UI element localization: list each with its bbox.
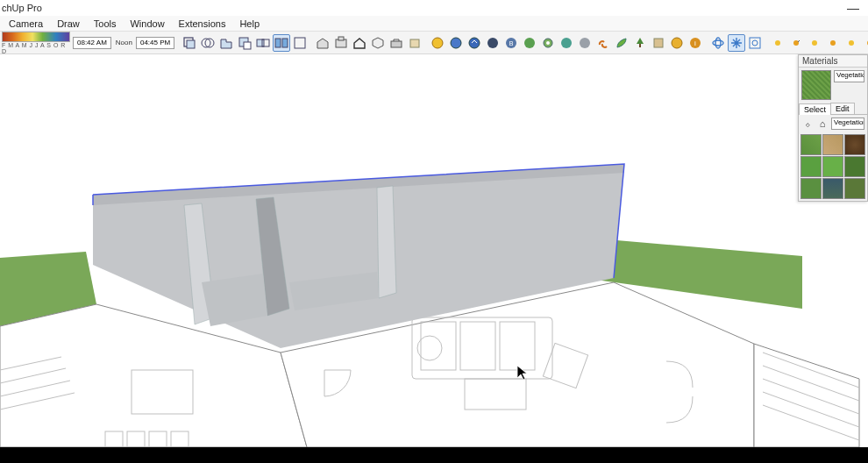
solid-tool-7-icon[interactable] [291,34,309,52]
svg-point-21 [524,38,535,48]
svg-rect-10 [295,38,305,48]
svg-rect-13 [391,41,402,47]
pan-icon[interactable] [728,34,745,52]
marker-3-icon[interactable] [806,34,823,52]
materials-back-icon[interactable]: ⬦ [801,118,814,130]
sphere-teal-icon[interactable] [558,34,575,52]
sphere-nav-icon[interactable] [466,34,483,52]
titlebar: chUp Pro — [0,0,868,16]
menu-draw[interactable]: Draw [50,17,87,31]
house-icon[interactable] [351,34,368,52]
materials-tab-edit[interactable]: Edit [830,103,855,114]
solid-outer-shell-icon[interactable] [181,34,198,52]
svg-point-25 [580,38,590,48]
svg-text:i: i [694,39,696,47]
shadow-time-gradient[interactable] [2,32,70,42]
time-start[interactable]: 08:42 AM [73,37,111,49]
marker-4-icon[interactable] [824,34,842,52]
svg-point-39 [849,40,854,46]
solid-subtract-icon[interactable] [236,34,253,52]
svg-point-17 [469,38,480,48]
materials-library-select[interactable]: Vegetation [831,118,864,130]
svg-marker-73 [377,186,396,298]
sphere-badge-icon[interactable]: B [502,34,520,52]
menubar: Camera Draw Tools Window Extensions Help [0,16,868,32]
time-end[interactable]: 04:45 PM [136,37,174,49]
swatch-bark[interactable] [844,134,865,155]
extension-warehouse-icon[interactable] [332,34,350,52]
menu-help[interactable]: Help [232,17,267,31]
svg-rect-1 [187,40,195,48]
3d-viewport[interactable] [0,54,868,447]
info-icon[interactable]: i [687,34,704,52]
solid-union-icon[interactable] [217,34,235,52]
marker-6-icon[interactable] [861,34,868,52]
svg-point-38 [830,40,836,46]
marker-5-icon[interactable] [843,34,860,52]
solid-intersect-icon[interactable] [199,34,217,52]
svg-rect-12 [338,37,344,40]
materials-tab-select[interactable]: Select [799,103,831,115]
coin-icon[interactable] [668,34,686,52]
marker-2-icon[interactable] [787,34,805,52]
materials-tabs: Select Edit [799,103,867,115]
toolbar: F M A M J J A S O R D 08:42 AM Noon 04:4… [0,32,868,54]
swatch-fern[interactable] [844,178,865,199]
svg-text:B: B [509,40,514,46]
solid-split-icon[interactable] [273,34,290,52]
leaf-green-icon[interactable] [613,34,630,52]
svg-point-36 [793,40,799,46]
menu-window[interactable]: Window [123,17,171,31]
menu-extensions[interactable]: Extensions [172,17,233,31]
svg-point-37 [812,40,817,46]
svg-point-32 [715,38,721,48]
materials-swatch-grid [799,132,867,201]
svg-marker-47 [754,344,859,447]
package-icon[interactable] [406,34,423,52]
globe-yellow-icon[interactable] [429,34,446,52]
sphere-grey-icon[interactable] [576,34,594,52]
svg-point-24 [561,38,572,48]
svg-rect-6 [257,39,264,46]
minimize-button[interactable]: — [840,1,866,15]
svg-point-15 [432,38,443,48]
swatch-sand[interactable] [822,134,843,155]
svg-point-16 [451,38,461,48]
svg-rect-33 [750,38,760,48]
materials-panel: Materials Vegetation_g Select Edit ⬦ ⌂ V… [798,54,868,202]
menu-camera[interactable]: Camera [2,17,50,31]
zoom-extents-icon[interactable] [746,34,764,52]
3d-warehouse-icon[interactable] [314,34,331,52]
toolbox-icon[interactable] [388,34,405,52]
sphere-blue-icon[interactable] [447,34,465,52]
shadow-month-letters: F M A M J J A S O R D [2,42,68,54]
material-name-field[interactable]: Vegetation_g [834,70,864,82]
svg-rect-5 [244,42,251,49]
sphere-dark-icon[interactable] [484,34,502,52]
svg-point-23 [546,41,550,45]
orbit-icon[interactable] [709,34,727,52]
svg-rect-8 [275,39,281,47]
material-preview-swatch[interactable] [801,70,831,100]
menu-tools[interactable]: Tools [87,17,124,31]
svg-rect-26 [639,44,641,47]
marker-1-icon[interactable] [769,34,786,52]
svg-rect-9 [282,39,288,47]
swatch-grass-4[interactable] [800,178,822,199]
tree-icon[interactable] [631,34,649,52]
svg-point-28 [672,38,682,48]
solid-trim-icon[interactable] [254,34,272,52]
swatch-moss[interactable] [844,156,865,177]
box-tan-icon[interactable] [650,34,667,52]
swatch-grass-3[interactable] [822,156,843,177]
svg-point-31 [713,40,723,46]
swatch-conifer[interactable] [822,178,843,199]
sphere-green-icon[interactable] [521,34,538,52]
component-icon[interactable] [369,34,387,52]
svg-point-35 [775,40,780,46]
swatch-grass-lush[interactable] [800,134,822,155]
link-orange-icon[interactable] [594,34,612,52]
materials-home-icon[interactable]: ⌂ [816,118,829,130]
gear-green-icon[interactable] [539,34,557,52]
swatch-grass-2[interactable] [800,156,822,177]
